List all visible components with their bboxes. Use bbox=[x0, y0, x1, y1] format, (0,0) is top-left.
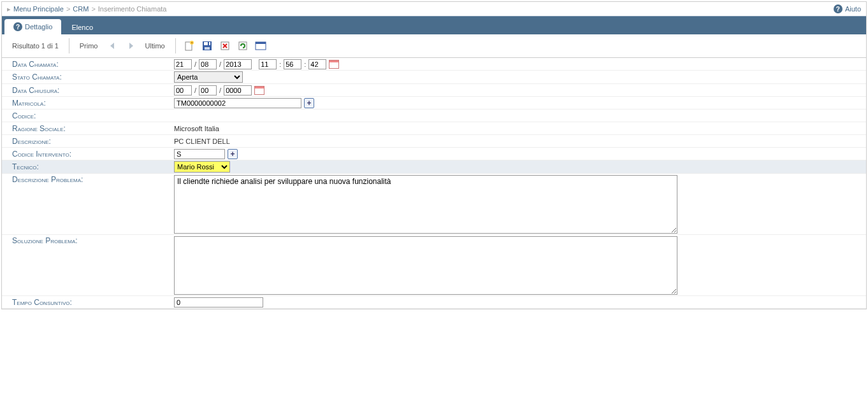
tab-dettaglio-label: Dettaglio bbox=[25, 23, 52, 31]
tab-bar: ? Dettaglio Elenco bbox=[2, 17, 866, 34]
prev-button[interactable] bbox=[106, 39, 120, 53]
tecnico-select[interactable]: Mario Rossi bbox=[174, 161, 230, 173]
window-icon bbox=[255, 41, 266, 50]
breadcrumb-crm[interactable]: CRM bbox=[73, 5, 89, 13]
label-data-chiamata: Data Chiamata: bbox=[2, 60, 174, 69]
call-date-day[interactable] bbox=[174, 59, 192, 69]
svg-rect-8 bbox=[205, 47, 210, 50]
label-descrizione-problema: Descrizione Problema: bbox=[2, 175, 174, 184]
calendar-icon[interactable] bbox=[329, 60, 339, 69]
last-button[interactable]: Ultimo bbox=[141, 42, 169, 50]
save-button[interactable] bbox=[200, 39, 214, 53]
breadcrumb-sep: > bbox=[91, 5, 95, 13]
delete-icon bbox=[219, 40, 231, 52]
label-descrizione: Descrizione: bbox=[2, 137, 174, 146]
label-data-chiusura: Data Chiusura: bbox=[2, 86, 174, 95]
close-date-day[interactable] bbox=[174, 85, 192, 95]
next-button[interactable] bbox=[124, 39, 138, 53]
help-icon: ? bbox=[834, 4, 843, 13]
codice-intervento-input[interactable] bbox=[174, 149, 225, 159]
first-button[interactable]: Primo bbox=[76, 42, 102, 50]
toolbar-sep bbox=[175, 38, 176, 53]
tab-elenco-label: Elenco bbox=[71, 24, 93, 31]
new-button[interactable]: ✦ bbox=[182, 39, 196, 53]
info-icon: ? bbox=[13, 22, 22, 31]
ragione-sociale-value: Microsoft Italia bbox=[174, 125, 219, 132]
tab-dettaglio[interactable]: ? Dettaglio bbox=[4, 19, 61, 34]
call-date-year[interactable] bbox=[224, 59, 252, 69]
call-time-hour[interactable] bbox=[259, 59, 277, 69]
refresh-button[interactable] bbox=[236, 39, 250, 53]
svg-rect-16 bbox=[256, 42, 266, 44]
close-date-month[interactable] bbox=[199, 85, 217, 95]
label-tempo-consuntivo: Tempo Consuntivo: bbox=[2, 298, 174, 307]
help-label: Aiuto bbox=[845, 5, 861, 13]
label-soluzione-problema: Soluzione Problema: bbox=[2, 236, 174, 245]
svg-text:✦: ✦ bbox=[191, 41, 193, 45]
refresh-icon bbox=[237, 40, 249, 52]
call-date-month[interactable] bbox=[199, 59, 217, 69]
arrow-right-icon bbox=[126, 41, 136, 50]
soluzione-problema-textarea[interactable] bbox=[174, 236, 677, 295]
toolbar-sep bbox=[69, 38, 69, 53]
breadcrumb: ▸ Menu Principale > CRM > Inserimento Ch… bbox=[7, 5, 166, 13]
call-time-sec[interactable] bbox=[308, 59, 326, 69]
svg-marker-1 bbox=[129, 43, 133, 49]
codice-intervento-lookup-button[interactable]: + bbox=[228, 149, 238, 159]
label-codice: Codice: bbox=[2, 111, 174, 120]
form-area: Data Chiamata: / / : : Stato Chiamata: bbox=[2, 58, 866, 309]
delete-button[interactable] bbox=[218, 39, 232, 53]
breadcrumb-sep: ▸ bbox=[7, 5, 11, 13]
arrow-left-icon bbox=[108, 41, 118, 50]
breadcrumb-current: Inserimento Chiamata bbox=[98, 5, 167, 13]
call-time-min[interactable] bbox=[284, 59, 301, 69]
close-date-year[interactable] bbox=[224, 85, 252, 95]
svg-rect-13 bbox=[239, 42, 247, 50]
calendar-icon[interactable] bbox=[254, 86, 264, 95]
label-ragione-sociale: Ragione Sociale: bbox=[2, 124, 174, 133]
tab-elenco[interactable]: Elenco bbox=[62, 20, 102, 34]
breadcrumb-main[interactable]: Menu Principale bbox=[13, 5, 64, 13]
help-link[interactable]: ? Aiuto bbox=[834, 4, 861, 13]
result-counter: Risultato 1 di 1 bbox=[8, 42, 62, 50]
descrizione-problema-textarea[interactable]: Il cliendte richiede analisi per svilupp… bbox=[174, 175, 677, 234]
window-button[interactable] bbox=[254, 39, 268, 53]
svg-rect-7 bbox=[204, 42, 210, 45]
tempo-consuntivo-input[interactable] bbox=[174, 297, 263, 308]
label-stato-chiamata: Stato Chiamata: bbox=[2, 73, 174, 81]
descrizione-value: PC CLIENT DELL bbox=[174, 138, 230, 145]
label-tecnico: Tecnico: bbox=[2, 162, 174, 171]
svg-marker-0 bbox=[110, 43, 114, 49]
matricola-lookup-button[interactable]: + bbox=[304, 98, 314, 108]
stato-select[interactable]: Aperta bbox=[174, 71, 243, 83]
toolbar: Risultato 1 di 1 Primo Ultimo ✦ bbox=[2, 34, 866, 58]
new-document-icon: ✦ bbox=[184, 40, 195, 52]
breadcrumb-sep: > bbox=[66, 5, 70, 13]
label-matricola: Matricola: bbox=[2, 99, 174, 108]
matricola-input[interactable] bbox=[174, 98, 301, 108]
save-icon bbox=[201, 40, 213, 52]
svg-rect-9 bbox=[208, 42, 209, 45]
label-codice-intervento: Codice Intervento: bbox=[2, 150, 174, 159]
